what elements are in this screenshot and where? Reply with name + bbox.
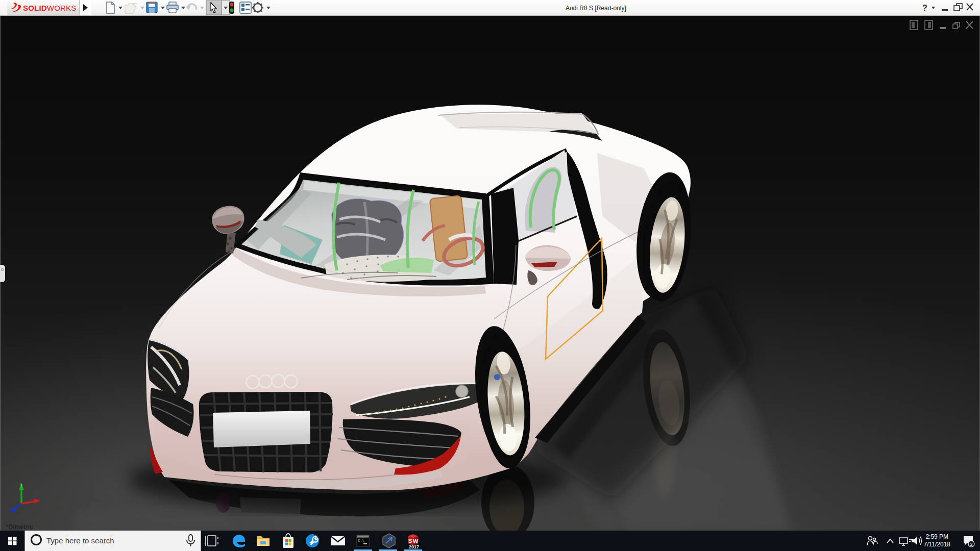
svg-text:2017: 2017 xyxy=(409,544,419,549)
svg-text:W: W xyxy=(413,538,419,544)
svg-text:S: S xyxy=(408,538,412,544)
svg-text:?: ? xyxy=(922,4,927,12)
svg-text:C:\: C:\ xyxy=(358,539,364,543)
svg-text:2: 2 xyxy=(970,542,973,547)
